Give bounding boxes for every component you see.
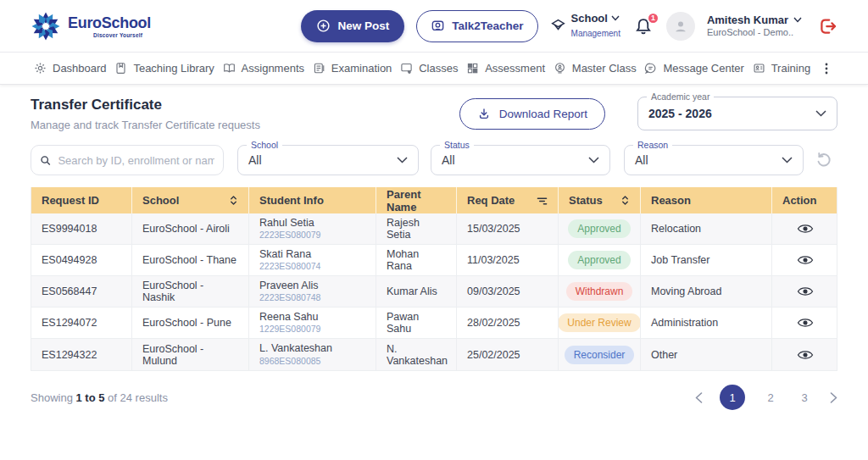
academic-year-select[interactable]: Academic year 2025 - 2026	[637, 97, 837, 130]
cell-request-id: ES0568447	[31, 276, 132, 307]
view-request-button[interactable]	[795, 315, 815, 330]
chevron-down-icon	[782, 157, 793, 163]
logout-button[interactable]	[817, 16, 837, 36]
table-row: ES0494928 EuroSchool - Thane Skati Rana …	[31, 245, 837, 276]
enrollment-code[interactable]: 8968ES080085	[259, 356, 320, 367]
next-page-button[interactable]	[830, 392, 837, 403]
video-camera-icon	[431, 19, 445, 33]
col-student-info: Student Info	[249, 187, 376, 213]
cell-req-date: 25/02/2025	[457, 339, 559, 370]
dashboard-gear-icon	[34, 62, 47, 75]
page-button-1[interactable]: 1	[720, 385, 745, 410]
table-row: ES1294322 EuroSchool - Mulund L. Vankate…	[31, 339, 837, 370]
col-status[interactable]: Status	[559, 187, 641, 213]
status-filter-select[interactable]: Status All	[431, 145, 610, 175]
enrollment-code[interactable]: 2223ES080748	[259, 292, 320, 303]
nav-item-training[interactable]: Training	[753, 62, 810, 75]
student-name: Praveen Alis	[259, 280, 318, 293]
download-icon	[477, 107, 491, 120]
nav-item-examination[interactable]: Examination	[313, 62, 392, 75]
primary-nav: Dashboard Teaching Library Assignments	[0, 53, 868, 85]
nav-item-message-center[interactable]: Message Center	[644, 62, 743, 75]
cell-action	[772, 276, 838, 307]
exam-sheet-icon	[313, 62, 326, 75]
talk2teacher-button[interactable]: Talk2Teacher	[416, 10, 537, 42]
col-action: Action	[772, 187, 838, 213]
chevron-down-icon	[793, 17, 802, 23]
student-name: Reena Sahu	[259, 311, 319, 324]
nav-overflow-menu[interactable]	[819, 62, 834, 75]
view-request-button[interactable]	[795, 252, 815, 268]
user-menu[interactable]: Amitesh Kumar EuroSchool - Demo..	[707, 14, 802, 39]
reset-filters-button[interactable]	[815, 152, 832, 169]
new-post-button[interactable]: New Post	[301, 10, 404, 42]
enrollment-code[interactable]: 2223ES080079	[259, 230, 320, 241]
cell-parent-name: N. Vankateshan	[376, 339, 457, 370]
view-request-button[interactable]	[795, 221, 815, 236]
results-summary: Showing 1 to 5 of 24 results	[31, 391, 168, 404]
cell-student-info: L. Vankateshan 8968ES080085	[249, 339, 376, 370]
chevron-down-icon	[588, 157, 599, 163]
cell-school: EuroSchool - Mulund	[132, 339, 249, 370]
status-badge: Approved	[568, 219, 630, 238]
nav-item-master-class[interactable]: Master Class	[554, 62, 637, 75]
logout-icon	[817, 16, 837, 36]
cell-status: Approved	[559, 213, 641, 244]
cell-school: EuroSchool - Pune	[132, 308, 249, 338]
nav-item-assessment[interactable]: Assessment	[466, 62, 545, 75]
reason-filter-select[interactable]: Reason All	[624, 145, 804, 175]
nav-item-assignments[interactable]: Assignments	[223, 62, 304, 75]
chevron-left-icon	[695, 392, 703, 403]
search-input-wrap	[31, 145, 224, 175]
nav-item-classes[interactable]: Classes	[400, 62, 458, 75]
prev-page-button[interactable]	[695, 392, 703, 403]
cell-req-date: 15/03/2025	[457, 213, 559, 244]
cell-action	[772, 308, 838, 338]
col-req-date[interactable]: Req Date	[457, 187, 559, 213]
cell-parent-name: Pawan Sahu	[376, 308, 457, 338]
cell-status: Reconsider	[559, 339, 641, 370]
page-button-3[interactable]: 3	[796, 391, 813, 404]
view-request-button[interactable]	[795, 284, 815, 299]
speech-bubble-icon	[644, 62, 657, 75]
avatar[interactable]	[666, 12, 695, 41]
person-screen-icon	[554, 62, 566, 75]
notifications-button[interactable]: 1	[634, 17, 653, 36]
cell-action	[772, 213, 838, 244]
brand-name: EuroSchool	[68, 14, 151, 32]
nav-item-teaching-library[interactable]: Teaching Library	[114, 62, 214, 75]
grid-squares-icon	[466, 62, 479, 75]
eye-icon	[797, 285, 814, 297]
page-button-2[interactable]: 2	[762, 391, 779, 404]
cell-parent-name: Mohan Rana	[376, 245, 457, 275]
school-filter-select[interactable]: School All	[237, 145, 419, 175]
kebab-dots-icon	[821, 62, 832, 75]
bookmark-file-icon	[114, 62, 127, 75]
view-request-button[interactable]	[795, 347, 815, 363]
eye-icon	[797, 223, 814, 235]
eye-icon	[797, 349, 814, 361]
school-management-switcher[interactable]: School Management	[550, 13, 620, 40]
cell-action	[772, 245, 838, 275]
enrollment-code[interactable]: 1229ES080079	[259, 324, 320, 335]
cell-request-id: ES0494928	[31, 245, 132, 275]
cell-reason: Relocation	[641, 213, 772, 244]
cell-student-info: Reena Sahu 1229ES080079	[249, 308, 376, 338]
requests-table: Request ID School Student Info Parent Na…	[31, 187, 837, 371]
eye-icon	[797, 317, 814, 329]
student-name: Skati Rana	[259, 248, 311, 262]
col-school[interactable]: School	[132, 187, 249, 213]
enrollment-code[interactable]: 2223ES080074	[259, 261, 320, 272]
search-input[interactable]	[58, 154, 214, 167]
search-icon	[40, 154, 51, 167]
cell-status: Approved	[559, 245, 641, 275]
download-report-button[interactable]: Download Report	[459, 98, 605, 130]
cell-student-info: Skati Rana 2223ES080074	[249, 245, 376, 275]
table-row: ES1294072 EuroSchool - Pune Reena Sahu 1…	[31, 308, 837, 339]
euroschool-logo[interactable]: EuroSchool Discover Yourself	[31, 11, 151, 42]
app-header: EuroSchool Discover Yourself New Post	[0, 0, 868, 53]
nav-item-dashboard[interactable]: Dashboard	[34, 62, 107, 75]
student-name: L. Vankateshan	[259, 342, 332, 356]
logo-starburst-icon	[31, 11, 61, 42]
cell-parent-name: Rajesh Setia	[376, 213, 457, 244]
